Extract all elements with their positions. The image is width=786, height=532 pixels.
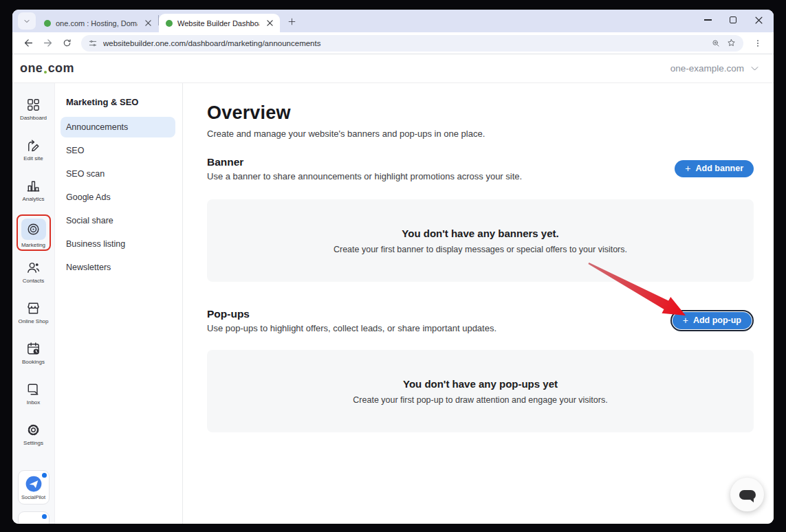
add-popup-button[interactable]: + Add pop-up	[673, 312, 752, 329]
sidebar-item-label: Bookings	[22, 359, 45, 365]
browser-menu-button[interactable]	[749, 34, 767, 52]
chevron-down-icon	[750, 63, 760, 74]
add-popup-highlight-ring: + Add pop-up	[670, 310, 754, 331]
popup-empty-description: Create your first pop-up to draw attenti…	[353, 395, 607, 405]
browser-toolbar: websitebuilder.one.com/dashboard/marketi…	[12, 32, 774, 54]
banner-section-description: Use a banner to share announcements or h…	[207, 171, 522, 181]
sidebar-item-contacts[interactable]: Contacts	[14, 260, 53, 284]
online-shop-storefront-icon	[25, 300, 41, 316]
maximize-button[interactable]	[723, 12, 743, 28]
url-bar[interactable]: websitebuilder.one.com/dashboard/marketi…	[81, 35, 743, 52]
sidebar-item-label: Inbox	[27, 399, 41, 406]
sidebar-item-label: Analytics	[22, 196, 44, 202]
submenu-item-newsletters[interactable]: Newsletters	[61, 257, 175, 278]
tab-favicon	[44, 20, 51, 27]
bookmark-button[interactable]	[726, 38, 736, 48]
notification-dot	[42, 473, 47, 478]
popup-section-title: Pop-ups	[207, 308, 496, 320]
main-panel: Overview Create and manage your website'…	[183, 83, 774, 524]
zoom-indicator-button[interactable]	[711, 38, 721, 48]
contacts-people-icon	[25, 260, 41, 276]
logo-text-one: one	[20, 61, 43, 76]
browser-window: one.com : Hosting, Domain, Em Website Bu…	[12, 10, 774, 524]
popup-empty-title: You don't have any pop-ups yet	[403, 378, 558, 390]
site-selector-label: one-example.com	[670, 63, 744, 74]
close-button[interactable]	[749, 12, 768, 28]
submenu-item-seo-scan[interactable]: SEO scan	[61, 164, 175, 184]
submenu-item-business-listing[interactable]: Business listing	[61, 234, 175, 254]
add-banner-label: Add banner	[696, 164, 743, 173]
inbox-chat-icon	[25, 381, 41, 397]
dashboard-grid-icon	[25, 97, 41, 113]
popup-section-description: Use pop-ups to highlight offers, collect…	[207, 323, 496, 333]
sidebar-item-edit-site[interactable]: Edit site	[14, 137, 53, 162]
new-tab-button[interactable]	[283, 12, 301, 30]
maximize-icon	[730, 16, 736, 23]
sidebar-item-bookings[interactable]: Bookings	[14, 341, 53, 365]
url-text: websitebuilder.one.com/dashboard/marketi…	[103, 39, 706, 47]
bookings-calendar-icon	[25, 341, 41, 357]
plus-icon: +	[683, 315, 688, 325]
popup-section-header: Pop-ups Use pop-ups to highlight offers,…	[207, 307, 754, 333]
settings-gear-icon	[25, 422, 41, 438]
app-card-socialpilot[interactable]: SocialPilot	[18, 470, 50, 505]
submenu-title: Marketing & SEO	[61, 97, 175, 107]
submenu-item-seo[interactable]: SEO	[61, 140, 175, 161]
reload-button[interactable]	[58, 34, 76, 52]
forward-button[interactable]	[39, 34, 56, 52]
sidebar-item-label: Contacts	[23, 278, 45, 284]
one-com-logo[interactable]: one com	[20, 61, 74, 76]
analytics-bars-icon	[25, 178, 41, 194]
sidebar-item-inbox[interactable]: Inbox	[14, 381, 53, 406]
site-info-tune-icon[interactable]	[88, 38, 98, 48]
sidebar-item-label: Online Shop	[18, 318, 48, 324]
marketing-target-icon	[25, 221, 41, 237]
add-popup-label: Add pop-up	[693, 315, 741, 325]
sidebar-item-analytics[interactable]: Analytics	[14, 178, 53, 202]
logo-green-dot	[44, 71, 47, 74]
tab-one-com-hosting[interactable]: one.com : Hosting, Domain, Em	[37, 14, 158, 32]
page-title: Overview	[207, 102, 754, 124]
banner-empty-description: Create your first banner to display mess…	[334, 245, 627, 254]
sidebar-item-dashboard[interactable]: Dashboard	[14, 97, 53, 121]
plus-icon: +	[685, 164, 690, 173]
marketing-active-highlight	[21, 219, 46, 240]
sidebar-item-label: Edit site	[23, 155, 43, 162]
sidebar-item-label: Marketing	[21, 242, 45, 248]
tab-strip: one.com : Hosting, Domain, Em Website Bu…	[12, 10, 774, 32]
tab-title: Website Builder Dashboard	[177, 19, 259, 27]
close-icon	[755, 16, 763, 24]
back-arrow-icon	[23, 37, 34, 49]
icon-rail-sidebar: Dashboard Edit site Analytics Marketing …	[12, 83, 55, 524]
tab-title: one.com : Hosting, Domain, Em	[56, 19, 138, 27]
submenu-item-google-ads[interactable]: Google Ads	[61, 187, 175, 208]
chat-bubble-button[interactable]	[730, 478, 764, 511]
minimize-icon	[704, 19, 712, 20]
sidebar-item-label: Settings	[23, 440, 43, 446]
tab-website-builder-dashboard[interactable]: Website Builder Dashboard	[159, 14, 280, 32]
tab-search-button[interactable]	[18, 12, 36, 30]
notification-dot	[42, 514, 47, 519]
minimize-button[interactable]	[698, 12, 717, 28]
submenu-item-social-share[interactable]: Social share	[61, 210, 175, 231]
app-header: one com one-example.com	[12, 54, 774, 83]
app-card-partial[interactable]	[18, 511, 50, 524]
add-banner-button[interactable]: + Add banner	[675, 160, 754, 177]
chevron-down-icon	[23, 17, 31, 25]
sidebar-item-online-shop[interactable]: Online Shop	[14, 300, 53, 324]
tab-close-icon[interactable]	[264, 18, 275, 29]
back-button[interactable]	[19, 34, 37, 52]
plus-icon	[287, 17, 296, 26]
site-selector-dropdown[interactable]: one-example.com	[670, 63, 760, 74]
page-subtitle: Create and manage your website's banners…	[207, 129, 754, 139]
submenu-item-announcements[interactable]: Announcements	[61, 117, 175, 137]
chat-bubble-icon	[739, 490, 756, 500]
banner-empty-title: You don't have any banners yet.	[402, 228, 558, 239]
tab-close-icon[interactable]	[142, 18, 153, 29]
sidebar-item-settings[interactable]: Settings	[14, 422, 53, 446]
sidebar-item-marketing[interactable]: Marketing	[14, 219, 53, 248]
tab-favicon	[166, 20, 173, 27]
forward-arrow-icon	[42, 37, 54, 49]
popup-empty-state: You don't have any pop-ups yet Create yo…	[207, 350, 754, 432]
sidebar-item-label: Dashboard	[20, 115, 47, 121]
